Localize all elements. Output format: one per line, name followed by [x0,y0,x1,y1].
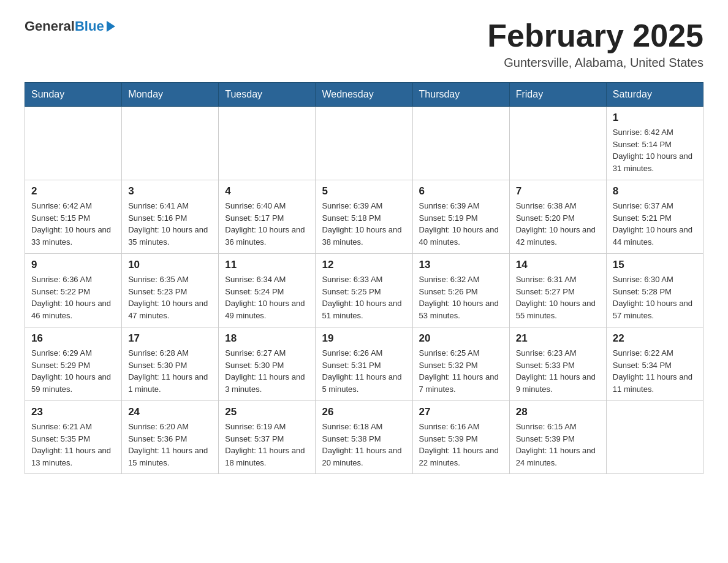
day-info: Sunrise: 6:21 AMSunset: 5:35 PMDaylight:… [31,421,115,469]
calendar-cell: 3Sunrise: 6:41 AMSunset: 5:16 PMDaylight… [122,180,219,254]
calendar-cell: 9Sunrise: 6:36 AMSunset: 5:22 PMDaylight… [25,254,122,327]
day-info: Sunrise: 6:40 AMSunset: 5:17 PMDaylight:… [225,200,309,248]
weekday-header: Sunday [25,83,122,107]
calendar-cell: 13Sunrise: 6:32 AMSunset: 5:26 PMDayligh… [412,254,509,327]
day-number: 24 [128,406,212,418]
day-number: 16 [31,332,115,345]
calendar-cell: 8Sunrise: 6:37 AMSunset: 5:21 PMDaylight… [606,180,703,254]
calendar-table: SundayMondayTuesdayWednesdayThursdayFrid… [25,82,703,474]
day-number: 28 [516,406,600,418]
day-info: Sunrise: 6:39 AMSunset: 5:19 PMDaylight:… [419,200,503,248]
day-info: Sunrise: 6:26 AMSunset: 5:31 PMDaylight:… [322,347,406,395]
day-info: Sunrise: 6:42 AMSunset: 5:15 PMDaylight:… [31,200,115,248]
day-info: Sunrise: 6:16 AMSunset: 5:39 PMDaylight:… [419,421,503,469]
calendar-cell: 4Sunrise: 6:40 AMSunset: 5:17 PMDaylight… [219,180,316,254]
calendar-cell: 23Sunrise: 6:21 AMSunset: 5:35 PMDayligh… [25,401,122,474]
day-number: 8 [613,185,697,197]
calendar-header-row: SundayMondayTuesdayWednesdayThursdayFrid… [25,83,703,107]
calendar-cell: 24Sunrise: 6:20 AMSunset: 5:36 PMDayligh… [122,401,219,474]
day-info: Sunrise: 6:39 AMSunset: 5:18 PMDaylight:… [322,200,406,248]
calendar-week-row: 2Sunrise: 6:42 AMSunset: 5:15 PMDaylight… [25,180,703,254]
title-section: February 2025 Guntersville, Alabama, Uni… [487,18,703,70]
day-number: 18 [225,332,309,345]
day-info: Sunrise: 6:18 AMSunset: 5:38 PMDaylight:… [322,421,406,469]
calendar-cell: 28Sunrise: 6:15 AMSunset: 5:39 PMDayligh… [509,401,606,474]
day-info: Sunrise: 6:41 AMSunset: 5:16 PMDaylight:… [128,200,212,248]
day-number: 2 [31,185,115,197]
calendar-week-row: 1Sunrise: 6:42 AMSunset: 5:14 PMDaylight… [25,107,703,180]
day-number: 1 [613,112,697,124]
calendar-cell: 22Sunrise: 6:22 AMSunset: 5:34 PMDayligh… [606,327,703,401]
calendar-cell: 20Sunrise: 6:25 AMSunset: 5:32 PMDayligh… [412,327,509,401]
calendar-cell: 11Sunrise: 6:34 AMSunset: 5:24 PMDayligh… [219,254,316,327]
day-info: Sunrise: 6:22 AMSunset: 5:34 PMDaylight:… [613,347,697,395]
logo-blue-text: Blue [75,18,104,34]
day-number: 11 [225,259,309,271]
calendar-cell: 6Sunrise: 6:39 AMSunset: 5:19 PMDaylight… [412,180,509,254]
calendar-title: February 2025 [487,18,703,53]
day-number: 20 [419,332,503,345]
calendar-cell: 21Sunrise: 6:23 AMSunset: 5:33 PMDayligh… [509,327,606,401]
day-number: 4 [225,185,309,197]
day-number: 13 [419,259,503,271]
day-info: Sunrise: 6:34 AMSunset: 5:24 PMDaylight:… [225,274,309,321]
day-info: Sunrise: 6:37 AMSunset: 5:21 PMDaylight:… [613,200,697,248]
day-number: 9 [31,259,115,271]
day-number: 22 [613,332,697,345]
day-number: 7 [516,185,600,197]
calendar-cell [509,107,606,180]
calendar-cell: 5Sunrise: 6:39 AMSunset: 5:18 PMDaylight… [316,180,412,254]
calendar-cell: 1Sunrise: 6:42 AMSunset: 5:14 PMDaylight… [606,107,703,180]
weekday-header: Wednesday [316,83,412,107]
logo-arrow-icon [107,21,115,32]
day-number: 12 [322,259,406,271]
calendar-cell: 14Sunrise: 6:31 AMSunset: 5:27 PMDayligh… [509,254,606,327]
day-info: Sunrise: 6:15 AMSunset: 5:39 PMDaylight:… [516,421,600,469]
calendar-cell: 17Sunrise: 6:28 AMSunset: 5:30 PMDayligh… [122,327,219,401]
day-info: Sunrise: 6:35 AMSunset: 5:23 PMDaylight:… [128,274,212,321]
calendar-cell: 18Sunrise: 6:27 AMSunset: 5:30 PMDayligh… [219,327,316,401]
calendar-cell [219,107,316,180]
logo-general-text: General [25,18,75,34]
day-number: 23 [31,406,115,418]
day-number: 14 [516,259,600,271]
calendar-cell: 2Sunrise: 6:42 AMSunset: 5:15 PMDaylight… [25,180,122,254]
weekday-header: Friday [509,83,606,107]
day-info: Sunrise: 6:28 AMSunset: 5:30 PMDaylight:… [128,347,212,395]
day-number: 17 [128,332,212,345]
logo: General Blue [25,18,115,34]
day-info: Sunrise: 6:27 AMSunset: 5:30 PMDaylight:… [225,347,309,395]
day-info: Sunrise: 6:36 AMSunset: 5:22 PMDaylight:… [31,274,115,321]
calendar-subtitle: Guntersville, Alabama, United States [487,56,703,70]
calendar-cell: 7Sunrise: 6:38 AMSunset: 5:20 PMDaylight… [509,180,606,254]
day-number: 21 [516,332,600,345]
calendar-cell: 19Sunrise: 6:26 AMSunset: 5:31 PMDayligh… [316,327,412,401]
day-info: Sunrise: 6:29 AMSunset: 5:29 PMDaylight:… [31,347,115,395]
day-info: Sunrise: 6:32 AMSunset: 5:26 PMDaylight:… [419,274,503,321]
calendar-cell: 10Sunrise: 6:35 AMSunset: 5:23 PMDayligh… [122,254,219,327]
calendar-week-row: 9Sunrise: 6:36 AMSunset: 5:22 PMDaylight… [25,254,703,327]
weekday-header: Saturday [606,83,703,107]
day-number: 27 [419,406,503,418]
weekday-header: Monday [122,83,219,107]
day-number: 26 [322,406,406,418]
page-header: General Blue February 2025 Guntersville,… [25,18,703,70]
calendar-cell [316,107,412,180]
day-info: Sunrise: 6:31 AMSunset: 5:27 PMDaylight:… [516,274,600,321]
calendar-cell: 27Sunrise: 6:16 AMSunset: 5:39 PMDayligh… [412,401,509,474]
day-info: Sunrise: 6:20 AMSunset: 5:36 PMDaylight:… [128,421,212,469]
calendar-week-row: 16Sunrise: 6:29 AMSunset: 5:29 PMDayligh… [25,327,703,401]
calendar-cell [122,107,219,180]
calendar-cell: 26Sunrise: 6:18 AMSunset: 5:38 PMDayligh… [316,401,412,474]
day-number: 3 [128,185,212,197]
day-info: Sunrise: 6:30 AMSunset: 5:28 PMDaylight:… [613,274,697,321]
day-info: Sunrise: 6:19 AMSunset: 5:37 PMDaylight:… [225,421,309,469]
weekday-header: Thursday [412,83,509,107]
calendar-cell: 15Sunrise: 6:30 AMSunset: 5:28 PMDayligh… [606,254,703,327]
day-info: Sunrise: 6:38 AMSunset: 5:20 PMDaylight:… [516,200,600,248]
calendar-cell [412,107,509,180]
day-number: 25 [225,406,309,418]
calendar-cell [606,401,703,474]
calendar-cell: 16Sunrise: 6:29 AMSunset: 5:29 PMDayligh… [25,327,122,401]
calendar-cell [25,107,122,180]
